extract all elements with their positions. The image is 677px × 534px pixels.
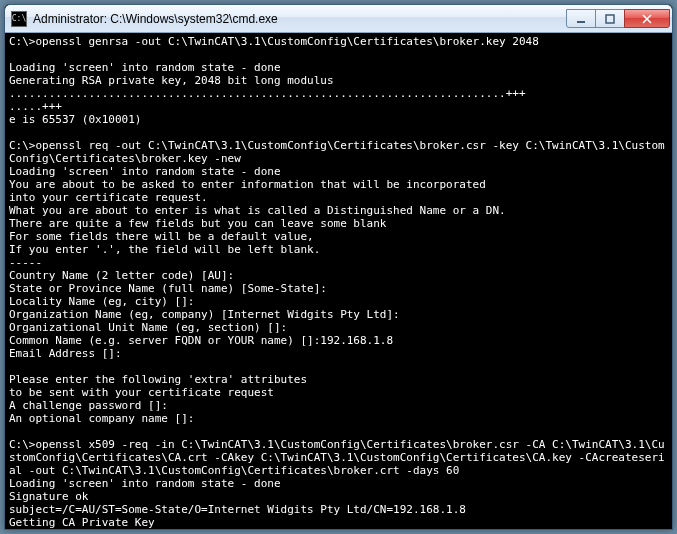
terminal-line — [9, 126, 668, 139]
terminal-line: If you enter '.', the field will be left… — [9, 243, 668, 256]
terminal-line: Loading 'screen' into random state - don… — [9, 61, 668, 74]
terminal-line: ----- — [9, 256, 668, 269]
terminal-line: Country Name (2 letter code) [AU]: — [9, 269, 668, 282]
terminal-line: Signature ok — [9, 490, 668, 503]
terminal-line: Loading 'screen' into random state - don… — [9, 165, 668, 178]
terminal-line: Organizational Unit Name (eg, section) [… — [9, 321, 668, 334]
cmd-icon: C:\ — [11, 11, 27, 27]
close-icon — [642, 14, 652, 24]
terminal-line: .....+++ — [9, 100, 668, 113]
minimize-icon — [576, 14, 586, 24]
svg-rect-1 — [606, 15, 614, 23]
terminal-line: You are about to be asked to enter infor… — [9, 178, 668, 191]
maximize-button[interactable] — [595, 9, 625, 28]
terminal-line: Organization Name (eg, company) [Interne… — [9, 308, 668, 321]
cmd-window: C:\ Administrator: C:\Windows\system32\c… — [4, 4, 673, 530]
terminal-line: ........................................… — [9, 87, 668, 100]
maximize-icon — [605, 14, 615, 24]
terminal-line: What you are about to enter is what is c… — [9, 204, 668, 217]
terminal-line: subject=/C=AU/ST=Some-State/O=Internet W… — [9, 503, 668, 516]
terminal-line: C:\>openssl genrsa -out C:\TwinCAT\3.1\C… — [9, 35, 668, 48]
terminal-line: to be sent with your certificate request — [9, 386, 668, 399]
terminal-output[interactable]: C:\>openssl genrsa -out C:\TwinCAT\3.1\C… — [5, 33, 672, 529]
terminal-line: Loading 'screen' into random state - don… — [9, 477, 668, 490]
terminal-line — [9, 360, 668, 373]
terminal-line: For some fields there will be a default … — [9, 230, 668, 243]
terminal-line: There are quite a few fields but you can… — [9, 217, 668, 230]
terminal-line: C:\>openssl req -out C:\TwinCAT\3.1\Cust… — [9, 139, 668, 165]
window-buttons — [567, 9, 670, 28]
terminal-line: e is 65537 (0x10001) — [9, 113, 668, 126]
terminal-line: Common Name (e.g. server FQDN or YOUR na… — [9, 334, 668, 347]
terminal-line — [9, 425, 668, 438]
terminal-line: Please enter the following 'extra' attri… — [9, 373, 668, 386]
terminal-line: Generating RSA private key, 2048 bit lon… — [9, 74, 668, 87]
terminal-line — [9, 48, 668, 61]
terminal-line: C:\>openssl x509 -req -in C:\TwinCAT\3.1… — [9, 438, 668, 477]
terminal-line: Getting CA Private Key — [9, 516, 668, 529]
minimize-button[interactable] — [566, 9, 596, 28]
svg-rect-0 — [577, 21, 585, 23]
terminal-line: State or Province Name (full name) [Some… — [9, 282, 668, 295]
close-button[interactable] — [624, 9, 670, 28]
terminal-line: Locality Name (eg, city) []: — [9, 295, 668, 308]
titlebar[interactable]: C:\ Administrator: C:\Windows\system32\c… — [5, 5, 672, 33]
terminal-line: A challenge password []: — [9, 399, 668, 412]
terminal-line: into your certificate request. — [9, 191, 668, 204]
terminal-line: Email Address []: — [9, 347, 668, 360]
terminal-line: An optional company name []: — [9, 412, 668, 425]
window-title: Administrator: C:\Windows\system32\cmd.e… — [33, 12, 567, 26]
